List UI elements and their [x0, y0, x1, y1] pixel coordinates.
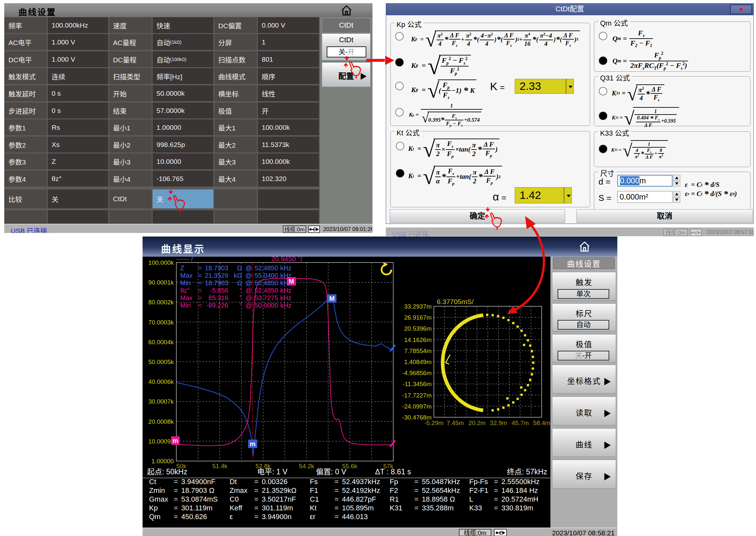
svg-text:@: @	[245, 302, 252, 309]
svg-text:18.7903: 18.7903	[205, 264, 228, 272]
svg-text:ε: ε	[230, 513, 233, 521]
svg-text:kHz: kHz	[280, 302, 291, 309]
svg-text:Kt: Kt	[310, 504, 317, 512]
svg-text:30.0007k: 30.0007k	[148, 398, 174, 405]
svg-text:=: =	[174, 486, 178, 494]
svg-text:kHz: kHz	[280, 287, 291, 294]
svg-text:=: =	[414, 495, 418, 503]
svg-text:146.184 Hz: 146.184 Hz	[501, 486, 538, 494]
svg-text:0.00326: 0.00326	[262, 478, 288, 486]
svg-text:@: @	[245, 279, 252, 286]
svg-text:Gmax: Gmax	[149, 495, 168, 503]
svg-text:=: =	[335, 504, 339, 512]
svg-text:m: m	[172, 437, 178, 444]
svg-text:=: =	[494, 478, 498, 486]
svg-text:20.5724mH: 20.5724mH	[501, 495, 538, 503]
svg-text:偏置: 0 V: 偏置: 0 V	[316, 468, 346, 476]
svg-text:52.4850: 52.4850	[255, 287, 278, 294]
svg-text:R1: R1	[390, 495, 399, 503]
svg-text:3.50217nF: 3.50217nF	[262, 495, 296, 503]
svg-text:C0: C0	[230, 495, 239, 503]
svg-text:26.9167m: 26.9167m	[404, 314, 432, 321]
svg-text:εr: εr	[310, 513, 315, 521]
svg-text:20.2m: 20.2m	[469, 419, 486, 426]
svg-text:kHz: kHz	[280, 279, 291, 286]
svg-text:10.0009k: 10.0009k	[148, 438, 174, 445]
svg-text:°: °	[239, 302, 242, 309]
svg-text:=: =	[335, 478, 339, 486]
svg-text:=: =	[335, 486, 339, 494]
svg-text:18.8958 Ω: 18.8958 Ω	[422, 495, 455, 503]
svg-text:7.78554m: 7.78554m	[404, 348, 432, 354]
svg-text:=: =	[174, 478, 178, 486]
svg-text:Zmax: Zmax	[230, 486, 247, 494]
svg-text:Ω: Ω	[237, 264, 242, 272]
svg-text:Max: Max	[180, 272, 193, 279]
svg-text:@: @	[245, 294, 252, 301]
svg-text:53.7275: 53.7275	[255, 294, 278, 301]
svg-text:=: =	[198, 279, 202, 286]
svg-text:45.7m: 45.7m	[512, 419, 529, 426]
svg-text:80.0002k: 80.0002k	[148, 299, 174, 306]
svg-text:=: =	[414, 504, 418, 512]
svg-text:Zmin: Zmin	[149, 486, 165, 494]
svg-text:@: @	[245, 264, 252, 272]
svg-text:60.0004k: 60.0004k	[148, 339, 174, 346]
svg-text:kHz: kHz	[280, 294, 291, 301]
svg-text:52.4850: 52.4850	[255, 279, 278, 286]
svg-text:55.0400: 55.0400	[255, 272, 278, 279]
svg-text:51.4k: 51.4k	[212, 463, 228, 469]
svg-text:=: =	[198, 302, 202, 309]
svg-text:50.0000: 50.0000	[255, 302, 278, 309]
svg-text:Keff: Keff	[230, 504, 242, 512]
svg-text:m: m	[250, 440, 256, 448]
svg-text:-5.29m: -5.29m	[424, 419, 443, 426]
svg-text:ΔT : 8.61 s: ΔT : 8.61 s	[375, 468, 411, 476]
svg-text:1.40849m: 1.40849m	[404, 358, 432, 365]
svg-text:2.55500kHz: 2.55500kHz	[501, 478, 539, 486]
svg-text:kHz: kHz	[280, 272, 291, 279]
svg-text:Kp: Kp	[149, 504, 158, 512]
svg-text:M: M	[329, 295, 335, 302]
svg-text:=: =	[414, 486, 418, 494]
svg-text:F2-F1: F2-F1	[469, 486, 488, 494]
svg-text:=: =	[198, 287, 202, 294]
svg-text:52.4937kHz: 52.4937kHz	[342, 478, 380, 486]
svg-text:Ct: Ct	[149, 478, 156, 486]
svg-text:-24.0997m: -24.0997m	[402, 403, 432, 410]
svg-text:33.2937m: 33.2937m	[404, 303, 432, 310]
svg-text:50.0005k: 50.0005k	[148, 358, 174, 365]
svg-text:54.2k: 54.2k	[299, 463, 314, 469]
svg-text:21.3529: 21.3529	[205, 272, 228, 279]
svg-text:20.0008k: 20.0008k	[148, 418, 174, 425]
svg-text:@: @	[245, 287, 252, 294]
svg-text:=: =	[335, 495, 339, 503]
svg-text:@: @	[245, 272, 252, 279]
svg-text:3.94900n: 3.94900n	[262, 513, 292, 521]
svg-text:°: °	[239, 287, 242, 294]
svg-text:90.0001k: 90.0001k	[148, 279, 174, 286]
svg-text:θz°: θz°	[180, 287, 190, 294]
svg-text:Min: Min	[180, 279, 191, 286]
svg-text:20.5396m: 20.5396m	[404, 325, 432, 332]
svg-text:电平: 1 V: 电平: 1 V	[257, 468, 288, 476]
svg-text:L: L	[469, 495, 473, 503]
svg-text:K33: K33	[469, 504, 482, 512]
svg-text:=: =	[174, 495, 178, 503]
svg-text:330.819m: 330.819m	[501, 504, 533, 512]
svg-text:=: =	[254, 478, 259, 486]
svg-text:Ω: Ω	[237, 279, 242, 286]
svg-text:-17.7227m: -17.7227m	[402, 392, 432, 399]
svg-text:55.0487kHz: 55.0487kHz	[422, 478, 460, 486]
svg-text:------ /: ------ /	[176, 257, 193, 262]
svg-text:52.4192kHz: 52.4192kHz	[342, 486, 380, 494]
svg-text:=: =	[494, 495, 498, 503]
svg-text:终点: 57kHz: 终点: 57kHz	[507, 468, 547, 476]
svg-text:Fp-Fs: Fp-Fs	[469, 478, 488, 486]
svg-text:85.316: 85.316	[208, 294, 228, 301]
svg-text:=: =	[254, 495, 259, 503]
svg-text:301.119m: 301.119m	[262, 504, 293, 512]
svg-text:F2: F2	[390, 486, 398, 494]
svg-text:F1: F1	[310, 486, 318, 494]
svg-text:70.0003k: 70.0003k	[148, 319, 174, 326]
